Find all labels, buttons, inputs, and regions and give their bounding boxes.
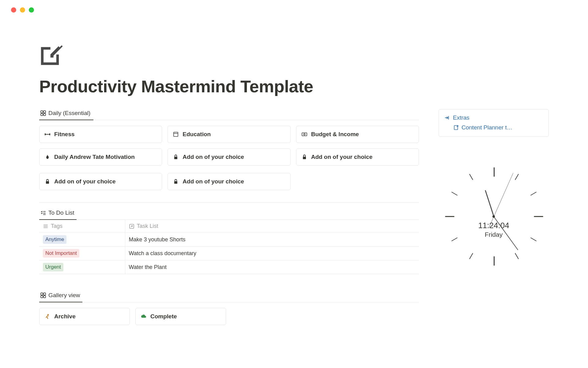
card-addon[interactable]: Add on of your choice: [168, 148, 290, 166]
extras-title[interactable]: Extras: [444, 114, 543, 121]
svg-rect-8: [49, 133, 50, 135]
card-addon[interactable]: Add on of your choice: [168, 173, 290, 190]
svg-point-13: [303, 134, 305, 135]
tag-badge: Urgent: [43, 263, 63, 271]
lock-icon: [301, 154, 307, 160]
todo-table: Tags Task List Anyt: [39, 220, 419, 274]
card-label: Add on of your choice: [183, 178, 244, 185]
cell-task[interactable]: Water the Plant: [125, 260, 419, 274]
card-label: Fitness: [54, 131, 75, 138]
svg-rect-4: [43, 111, 46, 113]
cloud-icon: [141, 313, 147, 320]
col-header-task[interactable]: Task List: [125, 220, 419, 233]
grid-icon: [40, 293, 46, 298]
card-addon[interactable]: Add on of your choice: [39, 173, 162, 190]
cell-task[interactable]: Watch a class documentary: [125, 247, 419, 260]
analog-clock: 11:24:04 Friday: [442, 164, 546, 269]
lock-icon: [173, 154, 179, 160]
table-row[interactable]: UrgentWater the Plant: [39, 260, 419, 274]
clock-tick: [494, 256, 495, 266]
clock-tick: [515, 174, 519, 180]
card-addon[interactable]: Add on of your choice: [296, 148, 419, 166]
gallery-card-grid: Archive Complete: [39, 308, 419, 325]
svg-rect-15: [303, 157, 306, 159]
col-tags-label: Tags: [51, 223, 62, 229]
fire-icon: [44, 154, 51, 160]
page-title[interactable]: Productivity Mastermind Template: [39, 76, 588, 96]
clock-tick: [530, 192, 537, 196]
extras-link-content-planner[interactable]: Content Planner t…: [444, 124, 543, 131]
card-education[interactable]: Education: [168, 126, 290, 143]
page-link-icon: [454, 125, 459, 130]
svg-rect-16: [46, 181, 49, 184]
tab-daily[interactable]: Daily (Essential): [39, 107, 93, 120]
col-header-tags[interactable]: Tags: [39, 220, 125, 233]
cell-tag[interactable]: Anytime: [39, 233, 125, 247]
lock-icon: [44, 178, 51, 185]
card-archive[interactable]: Archive: [39, 308, 130, 325]
card-motivation[interactable]: Daily Andrew Tate Motivation: [39, 148, 162, 166]
tab-gallery-label: Gallery view: [48, 292, 80, 299]
svg-rect-5: [41, 113, 43, 116]
card-label: Complete: [150, 313, 177, 320]
daily-tab-bar: Daily (Essential): [39, 107, 419, 120]
card-complete[interactable]: Complete: [135, 308, 226, 325]
tab-daily-label: Daily (Essential): [48, 110, 90, 117]
svg-rect-6: [43, 113, 46, 116]
card-label: Budget & Income: [311, 131, 359, 138]
clock-tick: [451, 237, 458, 241]
cell-tag[interactable]: Urgent: [39, 260, 125, 274]
card-label: Add on of your choice: [183, 154, 244, 160]
svg-rect-12: [302, 133, 307, 136]
svg-rect-2: [51, 55, 54, 58]
page-icon[interactable]: [39, 43, 64, 68]
svg-rect-28: [43, 296, 46, 298]
book-icon: [173, 131, 179, 137]
external-link-icon: [129, 224, 134, 229]
lock-icon: [173, 178, 179, 185]
card-label: Daily Andrew Tate Motivation: [54, 154, 135, 160]
checklist-icon: [40, 210, 46, 216]
svg-rect-3: [41, 111, 43, 113]
card-budget[interactable]: Budget & Income: [296, 126, 419, 143]
tab-gallery[interactable]: Gallery view: [39, 289, 82, 302]
grid-icon: [40, 110, 46, 116]
window-traffic-lights: [0, 0, 588, 13]
maximize-window-button[interactable]: [29, 7, 34, 13]
run-icon: [44, 313, 51, 320]
arrow-in-icon: [444, 115, 450, 121]
daily-card-grid-row2: Add on of your choice Add on of your cho…: [39, 173, 419, 190]
card-label: Add on of your choice: [311, 154, 373, 160]
table-row[interactable]: Not ImportantWatch a class documentary: [39, 247, 419, 260]
todo-tab-bar: To Do List: [39, 207, 419, 220]
clock-tick: [469, 174, 473, 180]
close-window-button[interactable]: [11, 7, 16, 13]
svg-rect-26: [43, 293, 46, 295]
card-label: Education: [183, 131, 211, 138]
card-label: Add on of your choice: [54, 178, 116, 185]
extras-link-label: Content Planner t…: [462, 124, 513, 131]
card-label: Archive: [54, 313, 76, 320]
clock-tick: [445, 216, 454, 217]
gallery-tab-bar: Gallery view: [39, 289, 419, 302]
card-fitness[interactable]: Fitness: [39, 126, 162, 143]
money-icon: [301, 131, 307, 137]
clock-day: Friday: [478, 231, 509, 238]
divider: [39, 202, 419, 203]
cell-task[interactable]: Make 3 youtube Shorts: [125, 233, 419, 247]
clock-time: 11:24:04: [478, 221, 509, 230]
svg-rect-27: [41, 296, 43, 298]
table-row[interactable]: AnytimeMake 3 youtube Shorts: [39, 233, 419, 247]
tab-todo-label: To Do List: [48, 209, 74, 216]
minimize-window-button[interactable]: [20, 7, 25, 13]
tab-todo[interactable]: To Do List: [39, 207, 77, 220]
cell-tag[interactable]: Not Important: [39, 247, 125, 260]
clock-tick: [469, 253, 473, 259]
svg-rect-14: [174, 157, 177, 159]
svg-rect-7: [45, 133, 46, 135]
clock-tick: [515, 253, 519, 259]
dumbbell-icon: [44, 131, 51, 137]
clock-tick: [534, 216, 543, 217]
clock-tick: [494, 167, 495, 177]
clock-tick: [451, 192, 458, 196]
